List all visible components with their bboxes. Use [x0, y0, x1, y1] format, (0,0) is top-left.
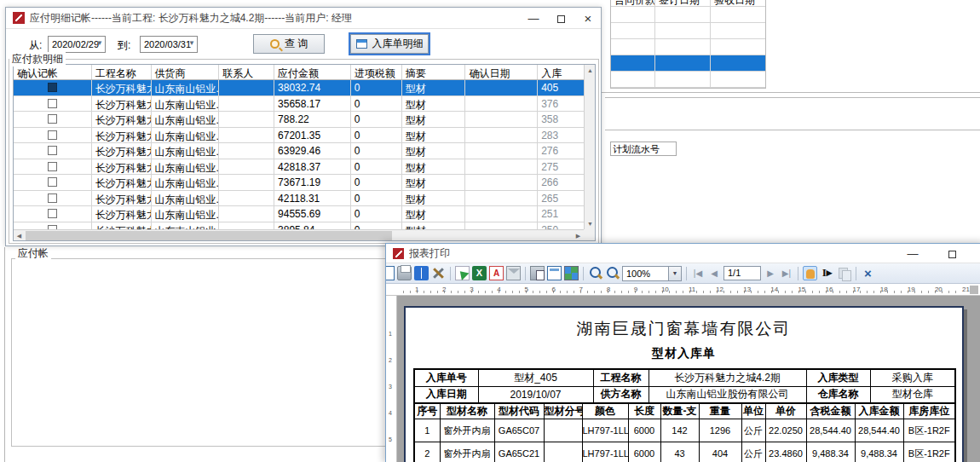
confirm-cell — [14, 80, 92, 95]
amount-cell: 67201.35 — [274, 128, 351, 143]
payable-row[interactable]: 长沙万科魅力...山东南山铝业...73671.190型材266 — [14, 175, 584, 191]
scrollbar-thumb[interactable] — [26, 231, 392, 240]
payable-row[interactable]: 长沙万科魅力...山东南山铝业...788.220型材358 — [14, 112, 584, 128]
text-select-icon[interactable]: I▸ — [820, 266, 834, 280]
payable-row[interactable]: 长沙万科魅力...山东南山铝业...38032.740型材405 — [14, 80, 584, 96]
multi-page-icon[interactable] — [564, 266, 579, 280]
zoom-in-icon[interactable] — [588, 266, 602, 280]
confirm-checkbox[interactable] — [48, 83, 57, 92]
report-detail-table: 序号型材名称型材代码型材分号颜色长度数量-支重量单位单价含税金额入库金额库房库位… — [413, 402, 956, 462]
confirm-checkbox[interactable] — [48, 162, 57, 171]
chevron-down-icon[interactable]: ▼ — [668, 267, 681, 280]
inbound-no-cell: 283 — [538, 128, 584, 143]
background-row[interactable] — [611, 72, 765, 88]
scroll-right-icon[interactable]: ▶ — [573, 230, 584, 241]
zoom-out-icon[interactable] — [605, 266, 620, 280]
close-button[interactable]: × — [575, 8, 601, 29]
export-icon[interactable] — [455, 266, 470, 280]
group-title: 应付帐 — [15, 246, 51, 261]
background-row[interactable] — [611, 39, 765, 55]
background-row[interactable] — [611, 55, 765, 72]
confirm-checkbox[interactable] — [48, 99, 57, 108]
payable-row[interactable]: 长沙万科魅力...山东南山铝业...35658.170型材376 — [14, 96, 584, 113]
supplier-cell: 山东南山铝业... — [152, 96, 220, 112]
confirm-checkbox[interactable] — [48, 209, 57, 218]
chevron-down-icon[interactable]: ▼ — [188, 39, 195, 47]
last-page-icon[interactable]: ▶| — [780, 269, 793, 278]
scroll-down-icon[interactable]: ▼ — [585, 218, 596, 229]
wrench-icon[interactable] — [431, 266, 446, 280]
vertical-scrollbar[interactable]: ▲ ▼ — [584, 65, 595, 229]
confirm-checkbox[interactable] — [48, 193, 57, 203]
page-number-input[interactable]: 1/1 — [723, 266, 761, 280]
ruler-number: 16 — [826, 286, 833, 293]
amount-cell: 73671.19 — [274, 175, 351, 190]
mail-icon[interactable] — [506, 266, 521, 280]
from-label: 从: — [29, 38, 42, 53]
excel-icon[interactable]: X — [472, 266, 487, 280]
close-button[interactable]: × — [973, 244, 980, 263]
print-setup-icon[interactable] — [530, 266, 545, 280]
payable-row[interactable]: 长沙万科魅力山东南山铝业3895.840型材250 — [14, 222, 584, 230]
scroll-up-icon[interactable]: ▲ — [585, 65, 596, 76]
from-date-combobox[interactable]: 2020/02/29 ▼ — [48, 36, 106, 53]
titlebar[interactable]: 报表打印 — × — [386, 244, 980, 263]
payable-row[interactable]: 长沙万科魅力...山东南山铝业...42818.370型材275 — [14, 159, 584, 176]
copy-icon[interactable] — [837, 266, 851, 280]
scroll-left-icon[interactable]: ◀ — [14, 230, 25, 241]
background-row[interactable] — [611, 7, 765, 23]
detail-row: 2窗外开内扇GA65C21LH797-1LL600043404公斤23.4860… — [414, 442, 955, 462]
detail-cell: 6000 — [628, 419, 660, 442]
prev-page-icon[interactable]: ◀ — [707, 269, 721, 278]
report-info-table: 入库单号型材_405工程名称长沙万科魅力之城4.2期入库类型采购入库入库日期20… — [413, 368, 956, 404]
report-page: 湖南巨晟门窗幕墙有限公司 型材入库单 入库单号型材_405工程名称长沙万科魅力之… — [404, 306, 964, 462]
ruler-number: 19 — [908, 286, 915, 293]
summary-cell: 型材 — [402, 96, 466, 112]
panel-border — [4, 247, 5, 462]
info-value: 山东南山铝业股份有限公司 — [649, 386, 806, 403]
ruler-number: 13 — [743, 286, 751, 293]
pdf-icon[interactable]: A — [489, 266, 504, 280]
first-page-icon[interactable]: |◀ — [691, 269, 705, 278]
detail-cell: 23.4860 — [765, 442, 806, 462]
maximize-button[interactable] — [939, 244, 965, 263]
single-page-icon[interactable] — [547, 266, 562, 280]
payable-row[interactable]: 长沙万科魅力...山东南山铝业...42118.310型材265 — [14, 191, 584, 207]
detail-cell: 404 — [699, 442, 741, 462]
minimize-button[interactable]: — — [900, 244, 925, 263]
payable-row[interactable]: 长沙万科魅力...山东南山铝业...94555.690型材251 — [14, 206, 584, 222]
close-icon[interactable]: × — [861, 266, 875, 280]
summary-cell: 型材 — [402, 175, 466, 190]
print-icon[interactable] — [397, 266, 412, 280]
minimize-button[interactable]: — — [521, 8, 546, 29]
query-button[interactable]: 查 询 — [253, 34, 325, 54]
confirm-date-cell — [465, 175, 538, 190]
inbound-detail-button[interactable]: 入库单明细 — [350, 34, 429, 54]
book-icon[interactable] — [414, 266, 429, 280]
confirm-checkbox[interactable] — [48, 146, 57, 155]
horizontal-scrollbar[interactable]: ◀ ▶ — [14, 229, 584, 240]
confirm-checkbox[interactable] — [48, 177, 57, 187]
confirm-checkbox[interactable] — [48, 114, 57, 124]
design-icon[interactable] — [386, 266, 395, 280]
tax-cell: 0 — [351, 222, 402, 230]
ruler-number: 18 — [880, 286, 888, 293]
contact-cell — [219, 96, 274, 112]
next-page-icon[interactable]: ▶ — [764, 269, 777, 278]
detail-cell: LH797-1LL — [582, 442, 628, 462]
inbound-no-cell: 266 — [538, 175, 584, 190]
ruler-number: 10 — [661, 286, 669, 293]
preview-canvas[interactable]: 123456 湖南巨晟门窗幕墙有限公司 型材入库单 入库单号型材_405工程名称… — [386, 296, 980, 462]
detail-column-header: 型材名称 — [440, 403, 494, 419]
to-date-combobox[interactable]: 2020/03/31 ▼ — [140, 36, 198, 53]
detail-column-header: 序号 — [414, 403, 440, 419]
maximize-button[interactable] — [548, 8, 574, 29]
titlebar[interactable]: 应付明细记帐------当前工程: 长沙万科魅力之城4.2期------当前用户… — [6, 8, 601, 29]
hand-icon[interactable] — [803, 266, 817, 280]
payable-row[interactable]: 长沙万科魅力...山东南山铝业...67201.350型材283 — [14, 128, 584, 144]
payable-row[interactable]: 长沙万科魅力...山东南山铝业...63929.460型材276 — [14, 143, 584, 159]
zoom-level-combobox[interactable]: 100%▼ — [622, 266, 682, 281]
chevron-down-icon[interactable]: ▼ — [96, 39, 103, 47]
background-row[interactable] — [611, 23, 765, 39]
confirm-checkbox[interactable] — [48, 130, 57, 140]
